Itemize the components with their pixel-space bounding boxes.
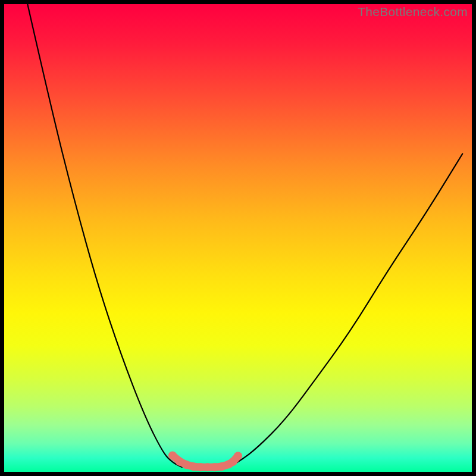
marker-dot <box>168 451 177 459</box>
marker-dot <box>183 461 191 469</box>
series-group <box>27 4 462 471</box>
left-curve-path <box>27 4 181 467</box>
marker-dot <box>234 452 242 460</box>
chart-frame: TheBottleneck.com <box>0 0 476 476</box>
right-curve-path <box>228 154 462 468</box>
watermark-text: TheBottleneck.com <box>358 5 468 19</box>
bottom-marker-dots <box>168 451 242 471</box>
chart-svg <box>0 0 476 476</box>
